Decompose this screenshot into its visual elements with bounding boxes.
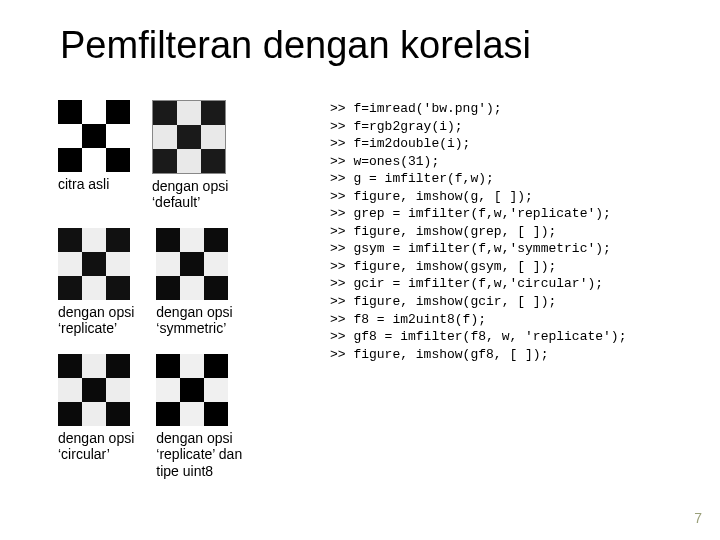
thumb-cell-default: dengan opsi ‘default’: [152, 100, 228, 210]
slide: Pemfilteran dengan korelasi citra asli d…: [0, 0, 720, 540]
code-block: >> f=imread('bw.png'); >> f=rgb2gray(i);…: [330, 100, 700, 363]
thumb-row-2: dengan opsi ‘replicate’ dengan opsi ‘sym…: [58, 228, 318, 336]
thumb-replicate: [58, 228, 130, 300]
caption-circular-l2: ‘circular’: [58, 446, 110, 462]
caption-replicate-l1: dengan opsi: [58, 304, 134, 320]
thumb-cell-replicate: dengan opsi ‘replicate’: [58, 228, 134, 336]
page-number: 7: [694, 510, 702, 526]
caption-default: dengan opsi ‘default’: [152, 178, 228, 210]
thumbnail-grid: citra asli dengan opsi ‘default’ de: [58, 100, 318, 479]
caption-uint8-l2: ‘replicate’ dan: [156, 446, 242, 462]
caption-replicate: dengan opsi ‘replicate’: [58, 304, 134, 336]
thumb-row-3: dengan opsi ‘circular’ dengan opsi ‘repl…: [58, 354, 318, 478]
caption-uint8-l3: tipe uint8: [156, 463, 213, 479]
thumb-cell-original: citra asli: [58, 100, 130, 210]
thumb-cell-circular: dengan opsi ‘circular’: [58, 354, 134, 478]
thumb-circular: [58, 354, 130, 426]
thumb-uint8: [156, 354, 228, 426]
caption-replicate-l2: ‘replicate’: [58, 320, 117, 336]
slide-title: Pemfilteran dengan korelasi: [60, 24, 531, 67]
caption-symmetric: dengan opsi ‘symmetric’: [156, 304, 232, 336]
caption-circular-l1: dengan opsi: [58, 430, 134, 446]
thumb-default: [152, 100, 226, 174]
caption-original: citra asli: [58, 176, 109, 192]
caption-circular: dengan opsi ‘circular’: [58, 430, 134, 462]
thumb-cell-symmetric: dengan opsi ‘symmetric’: [156, 228, 232, 336]
thumb-symmetric: [156, 228, 228, 300]
thumb-row-1: citra asli dengan opsi ‘default’: [58, 100, 318, 210]
caption-symmetric-l2: ‘symmetric’: [156, 320, 226, 336]
caption-uint8-l1: dengan opsi: [156, 430, 232, 446]
thumb-original: [58, 100, 130, 172]
caption-uint8: dengan opsi ‘replicate’ dan tipe uint8: [156, 430, 242, 478]
caption-default-l1: dengan opsi: [152, 178, 228, 194]
caption-default-l2: ‘default’: [152, 194, 200, 210]
caption-symmetric-l1: dengan opsi: [156, 304, 232, 320]
thumb-cell-uint8: dengan opsi ‘replicate’ dan tipe uint8: [156, 354, 242, 478]
